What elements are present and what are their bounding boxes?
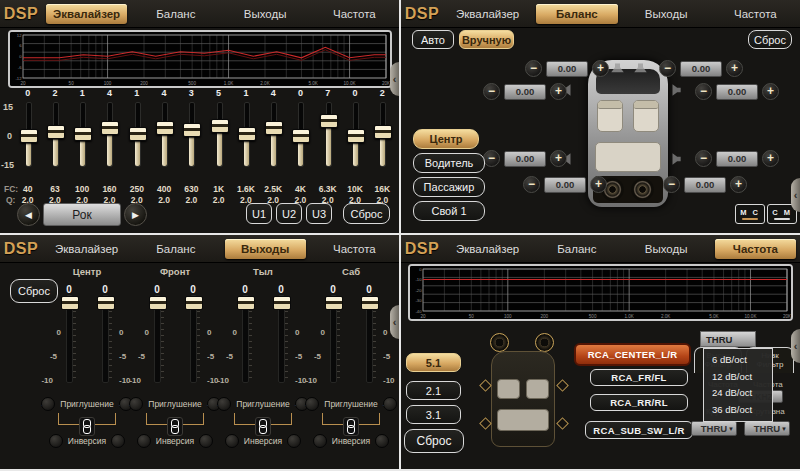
plus-button[interactable]: + xyxy=(550,150,567,167)
output-level-slider[interactable] xyxy=(322,295,344,383)
minus-button[interactable]: − xyxy=(659,60,676,77)
plus-button[interactable]: + xyxy=(590,176,607,193)
output-level-slider[interactable] xyxy=(358,295,380,383)
invert-left-toggle[interactable] xyxy=(225,434,239,448)
slope-option-36db[interactable]: 36 dB/oct xyxy=(704,402,772,419)
plus-button[interactable]: + xyxy=(762,83,779,100)
eq-band-slider[interactable] xyxy=(287,101,314,169)
eq-band-slider[interactable] xyxy=(14,101,41,169)
eq-band-slider[interactable] xyxy=(41,101,68,169)
tab-outputs[interactable]: Выходы xyxy=(626,239,707,259)
invert-label: Инверсия xyxy=(68,436,106,446)
channel-rca-rear-button[interactable]: RCA_RR/RL xyxy=(590,394,688,411)
plus-button[interactable]: + xyxy=(762,150,779,167)
mute-right-toggle[interactable] xyxy=(383,397,397,411)
output-level-slider[interactable] xyxy=(58,295,80,383)
mode-51-button[interactable]: 5.1 xyxy=(406,353,461,372)
channel-rca-center-button[interactable]: RCA_CENTER_L/R xyxy=(574,343,691,366)
channel-rca-front-button[interactable]: RCA_FR/FL xyxy=(590,369,688,386)
slope-dropdown-header[interactable]: THRU xyxy=(700,331,756,347)
output-level-slider[interactable] xyxy=(270,295,292,383)
slope-option-24db[interactable]: 24 dB/oct xyxy=(704,385,772,402)
tab-frequency[interactable]: Частота xyxy=(314,239,395,259)
invert-right-toggle[interactable] xyxy=(375,434,389,448)
plus-button[interactable]: + xyxy=(592,60,609,77)
tab-balance[interactable]: Баланс xyxy=(135,4,216,24)
hp-slope-select[interactable]: THRU ▼ xyxy=(691,421,737,436)
listen-pos-custom-button[interactable]: Свой 1 xyxy=(413,201,485,221)
eq-band-slider[interactable] xyxy=(314,101,341,169)
preset-prev-button[interactable]: ◀ xyxy=(17,203,40,226)
invert-left-toggle[interactable] xyxy=(137,434,151,448)
slide-out-handle[interactable]: ‹ xyxy=(390,62,399,96)
tab-equalizer[interactable]: Эквалайзер xyxy=(447,4,528,24)
tab-equalizer[interactable]: Эквалайзер xyxy=(46,4,127,24)
memory-u3-button[interactable]: U3 xyxy=(306,203,332,224)
minus-button[interactable]: − xyxy=(523,176,540,193)
output-level-slider[interactable] xyxy=(234,295,256,383)
tab-frequency[interactable]: Частота xyxy=(314,4,395,24)
eq-band-slider[interactable] xyxy=(150,101,177,169)
unit-meters-button[interactable]: М С xyxy=(735,204,765,224)
minus-button[interactable]: − xyxy=(695,150,712,167)
minus-button[interactable]: − xyxy=(483,150,500,167)
mute-left-toggle[interactable] xyxy=(129,397,143,411)
listen-pos-center-button[interactable]: Центр xyxy=(413,129,479,149)
tab-equalizer[interactable]: Эквалайзер xyxy=(46,239,127,259)
plus-button[interactable]: + xyxy=(550,83,567,100)
mute-left-toggle[interactable] xyxy=(217,397,231,411)
invert-left-toggle[interactable] xyxy=(313,434,327,448)
tab-balance[interactable]: Баланс xyxy=(536,239,617,259)
invert-left-toggle[interactable] xyxy=(49,434,63,448)
eq-reset-button[interactable]: Сброс xyxy=(343,203,390,224)
slide-out-handle[interactable]: ‹ xyxy=(791,329,800,363)
listen-pos-driver-button[interactable]: Водитель xyxy=(413,153,485,173)
plus-button[interactable]: + xyxy=(730,176,747,193)
eq-band-slider[interactable] xyxy=(69,101,96,169)
frequency-reset-button[interactable]: Сброс xyxy=(404,429,464,453)
eq-band-slider[interactable] xyxy=(341,101,368,169)
auto-button[interactable]: Авто xyxy=(412,30,454,49)
plus-button[interactable]: + xyxy=(726,60,743,77)
minus-button[interactable]: − xyxy=(663,176,680,193)
tab-outputs[interactable]: Выходы xyxy=(626,4,707,24)
output-level-slider[interactable] xyxy=(146,295,168,383)
mode-21-button[interactable]: 2.1 xyxy=(406,381,461,400)
preset-next-button[interactable]: ▶ xyxy=(124,203,147,226)
tab-outputs[interactable]: Выходы xyxy=(225,4,306,24)
balance-reset-button[interactable]: Сброс xyxy=(748,30,792,49)
preset-display[interactable]: Рок xyxy=(43,203,121,226)
mode-31-button[interactable]: 3.1 xyxy=(406,405,461,424)
minus-button[interactable]: − xyxy=(695,83,712,100)
slide-out-handle[interactable]: ‹ xyxy=(791,178,800,212)
eq-band-slider[interactable] xyxy=(369,101,396,169)
eq-band-slider[interactable] xyxy=(123,101,150,169)
eq-band-slider[interactable] xyxy=(178,101,205,169)
tab-balance[interactable]: Баланс xyxy=(135,239,216,259)
tab-outputs[interactable]: Выходы xyxy=(225,239,306,259)
output-level-slider[interactable] xyxy=(94,295,116,383)
eq-band-slider[interactable] xyxy=(232,101,259,169)
tab-frequency[interactable]: Частота xyxy=(715,239,796,259)
output-level-slider[interactable] xyxy=(182,295,204,383)
mute-left-toggle[interactable] xyxy=(305,397,319,411)
slope-option-12db[interactable]: 12 dB/oct xyxy=(704,369,772,386)
slope-option-6db[interactable]: 6 dB/oct xyxy=(704,352,772,369)
minus-button[interactable]: − xyxy=(483,83,500,100)
memory-u1-button[interactable]: U1 xyxy=(246,203,272,224)
outputs-reset-button[interactable]: Сброс xyxy=(10,279,58,303)
eq-band-slider[interactable] xyxy=(205,101,232,169)
channel-rca-sub-button[interactable]: RCA_SUB_SW_L/R xyxy=(585,421,693,439)
eq-band-slider[interactable] xyxy=(96,101,123,169)
tab-balance[interactable]: Баланс xyxy=(536,4,617,24)
tab-frequency[interactable]: Частота xyxy=(715,4,796,24)
minus-button[interactable]: − xyxy=(525,60,542,77)
lp-slope-select[interactable]: THRU ▼ xyxy=(744,421,790,436)
memory-u2-button[interactable]: U2 xyxy=(276,203,302,224)
mute-left-toggle[interactable] xyxy=(41,397,55,411)
listen-pos-passenger-button[interactable]: Пассажир xyxy=(413,177,485,197)
eq-band-slider[interactable] xyxy=(260,101,287,169)
tab-equalizer[interactable]: Эквалайзер xyxy=(447,239,528,259)
manual-button[interactable]: Вручную xyxy=(459,30,514,49)
slide-out-handle[interactable]: ‹ xyxy=(390,305,399,339)
